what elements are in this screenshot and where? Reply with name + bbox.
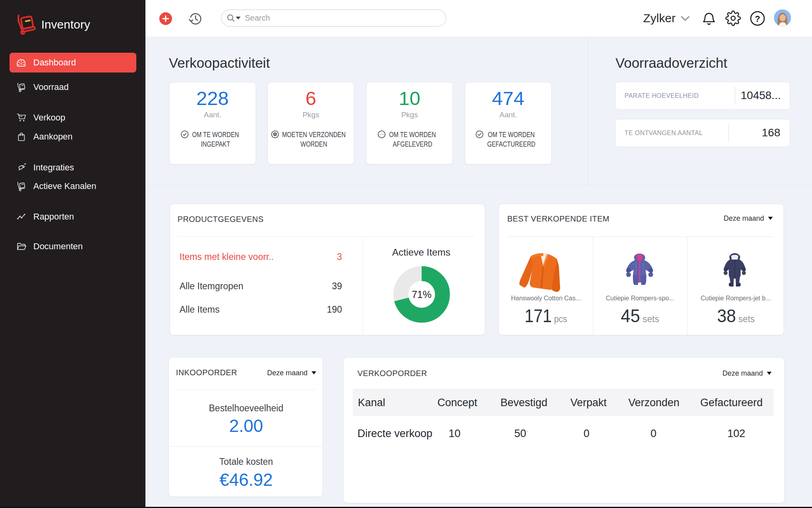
svg-text:?: ?: [755, 14, 760, 24]
